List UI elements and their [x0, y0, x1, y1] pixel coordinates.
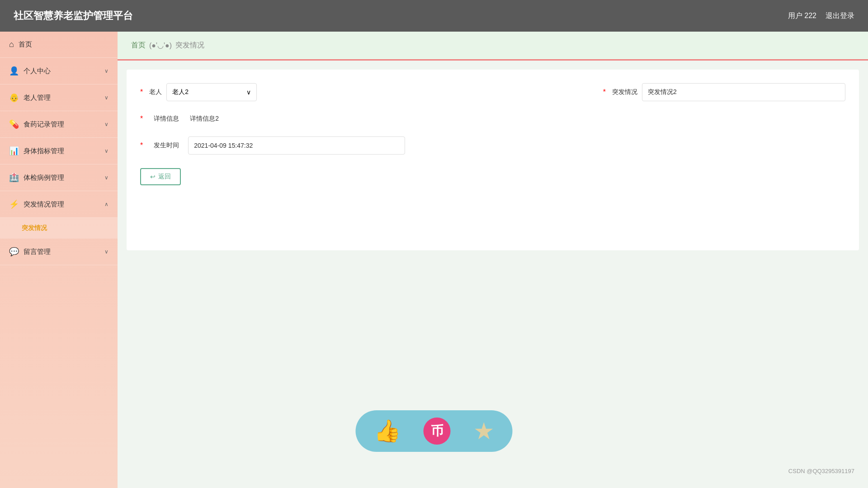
breadcrumb-separator: (●'◡'●) — [149, 41, 172, 50]
back-label: 返回 — [158, 173, 171, 181]
chevron-down-icon: ∨ — [104, 148, 108, 154]
sidebar-sub-item-emergency-detail-label: 突发情况 — [22, 224, 47, 231]
bottom-bar: 👍 币 ★ — [356, 410, 513, 452]
message-icon: 💬 — [9, 247, 19, 257]
elder-select-value: 老人2 — [172, 88, 189, 96]
elder-label: 老人 — [149, 88, 162, 96]
watermark-text: CSDN @QQ3295391197 — [788, 468, 854, 474]
required-star-detail: * — [140, 115, 143, 123]
incident-field: * 突发情况 — [603, 83, 845, 101]
form-row-time: * 发生时间 — [140, 136, 845, 155]
elder-field: * 老人 老人2 ∨ — [140, 83, 257, 101]
body-icon: 📊 — [9, 146, 19, 156]
elder-select[interactable]: 老人2 ∨ — [166, 83, 257, 101]
emergency-icon: ⚡ — [9, 199, 19, 209]
required-star-time: * — [140, 141, 143, 150]
sidebar: 首页 👤 个人中心 ∨ 👴 老人管理 ∨ 💊 食药记录管理 ∨ — [0, 32, 118, 488]
form-row-detail: * 详情信息 详情信息2 — [140, 115, 845, 123]
sidebar-item-medical-label: 体检病例管理 — [24, 174, 64, 182]
breadcrumb-home[interactable]: 首页 — [131, 41, 146, 50]
required-star-incident: * — [603, 88, 606, 96]
person-icon: 👤 — [9, 66, 19, 76]
chevron-down-icon: ∨ — [104, 249, 108, 255]
form-row-elder-incident: * 老人 老人2 ∨ * 突发情况 — [140, 83, 845, 101]
logout-button[interactable]: 退出登录 — [826, 11, 854, 21]
sidebar-item-medicine-label: 食药记录管理 — [24, 120, 64, 129]
sidebar-item-message-label: 留言管理 — [24, 248, 51, 256]
content-area: * 老人 老人2 ∨ * 突发情况 * — [127, 70, 859, 250]
elder-select-chevron: ∨ — [246, 89, 251, 96]
back-icon: ↩ — [150, 173, 156, 180]
sidebar-item-body-label: 身体指标管理 — [24, 147, 64, 155]
incident-input[interactable] — [642, 83, 845, 101]
thumbs-up-icon[interactable]: 👍 — [374, 418, 401, 444]
coin-label: 币 — [431, 422, 443, 440]
detail-label: 详情信息 — [154, 115, 179, 123]
sidebar-item-home[interactable]: 首页 — [0, 32, 118, 58]
coin-icon[interactable]: 币 — [424, 418, 451, 445]
header: 社区智慧养老监护管理平台 用户 222 退出登录 — [0, 0, 868, 32]
chevron-down-icon: ∨ — [104, 68, 108, 74]
chevron-down-icon: ∨ — [104, 174, 108, 181]
watermark: CSDN @QQ3295391197 — [788, 468, 854, 474]
required-star-elder: * — [140, 88, 143, 96]
chevron-up-icon: ∧ — [104, 201, 108, 207]
sidebar-sub-item-emergency-detail[interactable]: 突发情况 — [0, 218, 118, 239]
time-label: 发生时间 — [154, 141, 179, 150]
app-title: 社区智慧养老监护管理平台 — [14, 9, 133, 23]
home-icon — [9, 40, 14, 49]
chevron-down-icon: ∨ — [104, 94, 108, 101]
star-icon[interactable]: ★ — [473, 418, 495, 445]
back-button[interactable]: ↩ 返回 — [140, 168, 181, 185]
header-right: 用户 222 退出登录 — [788, 11, 854, 21]
back-button-container: ↩ 返回 — [140, 168, 845, 185]
detail-value: 详情信息2 — [190, 115, 219, 123]
sidebar-item-message[interactable]: 💬 留言管理 ∨ — [0, 239, 118, 265]
sidebar-item-home-label: 首页 — [19, 40, 32, 49]
chevron-down-icon: ∨ — [104, 121, 108, 127]
sidebar-item-elder[interactable]: 👴 老人管理 ∨ — [0, 84, 118, 111]
time-input[interactable] — [188, 136, 405, 155]
sidebar-item-emergency[interactable]: ⚡ 突发情况管理 ∧ — [0, 191, 118, 218]
sidebar-item-personal-label: 个人中心 — [24, 67, 51, 75]
elder-icon: 👴 — [9, 93, 19, 103]
sidebar-item-elder-label: 老人管理 — [24, 94, 51, 102]
sidebar-item-medical[interactable]: 🏥 体检病例管理 ∨ — [0, 164, 118, 191]
breadcrumb-current: 突发情况 — [175, 41, 204, 50]
medical-icon: 🏥 — [9, 173, 19, 183]
medicine-icon: 💊 — [9, 119, 19, 129]
sidebar-item-medicine[interactable]: 💊 食药记录管理 ∨ — [0, 111, 118, 138]
sidebar-item-personal[interactable]: 👤 个人中心 ∨ — [0, 58, 118, 84]
incident-label: 突发情况 — [612, 88, 637, 96]
user-label: 用户 222 — [788, 11, 816, 21]
sidebar-item-body[interactable]: 📊 身体指标管理 ∨ — [0, 138, 118, 164]
sidebar-item-emergency-label: 突发情况管理 — [24, 200, 64, 209]
breadcrumb: 首页 (●'◡'●) 突发情况 — [118, 32, 868, 61]
